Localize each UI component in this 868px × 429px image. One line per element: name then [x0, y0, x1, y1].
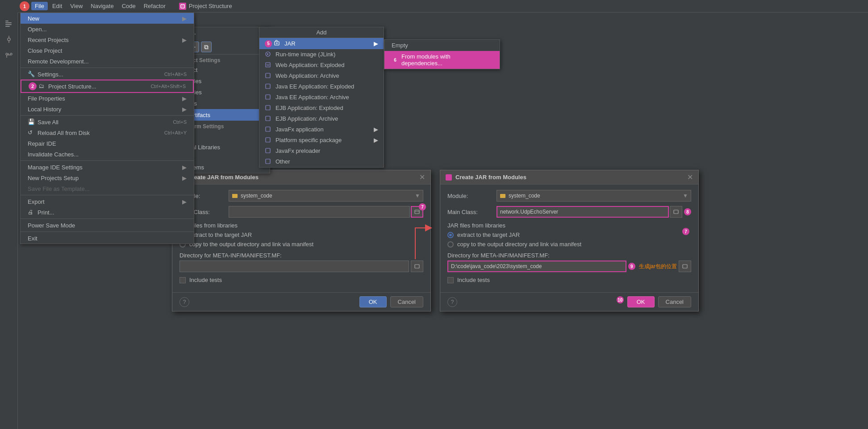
add-javafx-app[interactable]: JavaFx application ▶: [259, 124, 384, 135]
manifest-input-right[interactable]: [447, 261, 626, 272]
main-class-input-right[interactable]: [497, 206, 669, 218]
menu-recent-projects-label: Recent Projects: [28, 37, 69, 43]
ide-background: 1 File Edit View Navigate Code Refactor …: [0, 0, 868, 429]
menu-new[interactable]: New ▶: [21, 13, 194, 24]
radio-extract-label-left: extract to the target JAR: [189, 231, 252, 238]
radio-extract-btn-right[interactable]: [447, 232, 454, 238]
include-tests-checkbox-right[interactable]: [447, 277, 454, 283]
menu-save-template: Save File as Template...: [21, 183, 194, 194]
sidebar-commit-icon[interactable]: [2, 32, 16, 46]
menu-new-arrow: ▶: [182, 15, 187, 22]
menu-save-all[interactable]: 💾 Save All Ctrl+S: [21, 117, 194, 127]
preloader-icon: [265, 147, 272, 155]
cancel-btn-right[interactable]: Cancel: [658, 296, 691, 307]
svg-rect-9: [275, 42, 279, 45]
ide-sidebar: [0, 13, 18, 429]
add-javaee-archive[interactable]: Java EE Application: Archive: [259, 92, 384, 103]
step-9-badge: 9: [628, 263, 635, 270]
menu-print[interactable]: 🖨 Print...: [21, 207, 194, 218]
cancel-btn-left[interactable]: Cancel: [390, 296, 423, 307]
include-tests-row-right: Include tests: [447, 277, 691, 283]
jar-from-modules[interactable]: 6 From modules with dependencies...: [384, 51, 500, 69]
dialog-left-body: Module: system_code ▼ Main Class: 7: [172, 185, 430, 292]
add-web-archive[interactable]: Web Application: Archive: [259, 71, 384, 81]
svg-rect-26: [415, 265, 419, 268]
module-select-left[interactable]: system_code ▼: [229, 190, 423, 202]
add-ejb-exploded[interactable]: EJB Application: Exploded: [259, 103, 384, 114]
dialog-left-close[interactable]: ✕: [419, 173, 425, 181]
sidebar-project-icon[interactable]: [2, 16, 16, 30]
menu-export[interactable]: Export ▶: [21, 196, 194, 207]
main-class-row-left: Main Class: 7: [179, 206, 423, 218]
menu-view[interactable]: View: [67, 2, 86, 10]
svg-rect-1: [5, 22, 12, 23]
add-javaee-exploded[interactable]: Java EE Application: Exploded: [259, 81, 384, 92]
menu-close-project[interactable]: Close Project: [21, 45, 194, 56]
menu-navigate[interactable]: Navigate: [87, 2, 117, 10]
add-platform-package[interactable]: Platform specific package ▶: [259, 135, 384, 146]
menu-settings[interactable]: 🔧 Settings... Ctrl+Alt+S: [21, 69, 194, 80]
svg-rect-2: [5, 24, 12, 25]
add-other[interactable]: Other: [259, 156, 384, 167]
add-web-exploded[interactable]: W Web Application: Exploded: [259, 60, 384, 71]
manifest-browse-right[interactable]: [679, 261, 691, 272]
include-tests-label-left: Include tests: [189, 277, 222, 283]
menu-recent-arrow: ▶: [182, 37, 187, 43]
copy-button[interactable]: ⧉: [201, 42, 212, 52]
javaee-exploded-icon: [265, 83, 272, 90]
menu-invalidate-caches[interactable]: Invalidate Caches...: [21, 149, 194, 160]
add-jar[interactable]: 5 JAR ▶: [259, 38, 384, 49]
radio-copy-right[interactable]: copy to the output directory and link vi…: [447, 241, 691, 248]
radio-copy-btn-right[interactable]: [447, 241, 454, 248]
menu-file-properties[interactable]: File Properties ▶: [21, 93, 194, 104]
menu-new-projects-setup[interactable]: New Projects Setup ▶: [21, 172, 194, 183]
include-tests-checkbox-left[interactable]: [179, 277, 186, 283]
javafx-app-label: JavaFx application: [275, 126, 324, 133]
svg-rect-16: [266, 84, 270, 88]
menu-print-label: Print...: [38, 209, 54, 216]
menu-new-projects-label: New Projects Setup: [28, 175, 79, 181]
radio-extract-right[interactable]: extract to the target JAR: [447, 231, 691, 238]
add-ejb-archive[interactable]: EJB Application: Archive: [259, 114, 384, 124]
menu-exit[interactable]: Exit: [21, 233, 194, 244]
menu-power-save-label: Power Save Mode: [28, 222, 75, 229]
menu-local-history[interactable]: Local History ▶: [21, 104, 194, 114]
dialog-right-title-label: Create JAR from Modules: [455, 174, 526, 181]
dialog-right-close[interactable]: ✕: [687, 173, 693, 181]
menu-reload[interactable]: ↺ Reload All from Disk Ctrl+Alt+Y: [21, 127, 194, 138]
menu-power-save[interactable]: Power Save Mode: [21, 220, 194, 231]
menu-recent-projects[interactable]: Recent Projects ▶: [21, 34, 194, 45]
menu-code[interactable]: Code: [118, 2, 139, 10]
menu-project-structure[interactable]: 2 🗂 Project Structure... Ctrl+Alt+Shift+…: [21, 80, 194, 93]
menu-new-label: New: [28, 15, 39, 22]
radio-copy-left[interactable]: copy to the output directory and link vi…: [179, 241, 423, 248]
ok-btn-right[interactable]: OK: [627, 296, 655, 307]
manifest-input-left[interactable]: [179, 261, 409, 272]
menu-open[interactable]: Open...: [21, 24, 194, 34]
sidebar-git-icon[interactable]: [2, 48, 16, 63]
menu-refactor[interactable]: Refactor: [140, 2, 169, 10]
main-class-input-left[interactable]: [229, 206, 410, 218]
help-btn-right[interactable]: ?: [447, 297, 457, 307]
radio-extract-left[interactable]: extract to the target JAR: [179, 231, 423, 238]
menu-remote-dev[interactable]: Remote Development...: [21, 56, 194, 67]
radio-group-left: extract to the target JAR copy to the ou…: [179, 231, 423, 248]
help-btn-left[interactable]: ?: [179, 297, 189, 307]
menu-repair-ide[interactable]: Repair IDE: [21, 138, 194, 149]
menu-manage-ide[interactable]: Manage IDE Settings ▶: [21, 162, 194, 172]
folder-icon-left: [232, 193, 238, 199]
menu-file[interactable]: File: [31, 2, 48, 10]
main-class-browse-left[interactable]: 7: [411, 206, 423, 218]
settings-icon: 🔧: [28, 71, 35, 78]
save-all-icon: 💾: [28, 118, 35, 126]
svg-rect-0: [5, 21, 8, 21]
menu-edit[interactable]: Edit: [49, 2, 66, 10]
file-properties-arrow: ▶: [182, 95, 187, 102]
svg-text:W: W: [267, 63, 270, 67]
module-select-right[interactable]: system_code ▼: [497, 190, 691, 202]
add-javafx-preloader[interactable]: JavaFx preloader: [259, 146, 384, 156]
main-class-browse-right[interactable]: [670, 206, 682, 218]
jar-empty[interactable]: Empty: [384, 40, 500, 51]
add-runtime-image[interactable]: Run-time image (JLink): [259, 49, 384, 60]
ok-btn-left[interactable]: OK: [359, 296, 387, 307]
